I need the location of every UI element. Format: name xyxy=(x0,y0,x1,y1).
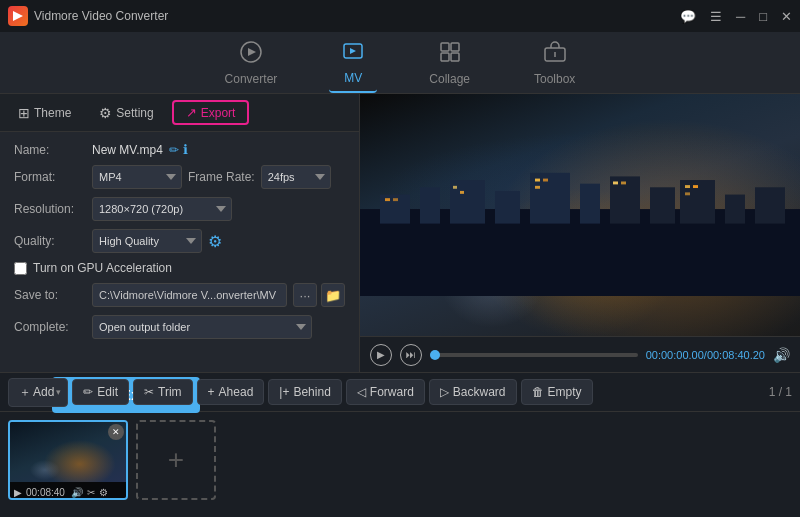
backward-button[interactable]: ▷ Backward xyxy=(429,379,517,405)
converter-icon xyxy=(239,40,263,69)
trim-button[interactable]: ✂ Trim xyxy=(133,379,193,405)
tab-toolbox-label: Toolbox xyxy=(534,72,575,86)
complete-label: Complete: xyxy=(14,320,86,334)
progress-dot[interactable] xyxy=(430,350,440,360)
add-button[interactable]: ＋ Add ▾ xyxy=(8,378,68,407)
svg-rect-24 xyxy=(453,186,457,189)
titlebar-controls: 💬 ☰ ─ □ ✕ xyxy=(680,9,792,24)
save-folder-button[interactable]: 📁 xyxy=(321,283,345,307)
name-value: New MV.mp4 xyxy=(92,143,163,157)
tab-collage-label: Collage xyxy=(429,72,470,86)
edit-label: Edit xyxy=(97,385,118,399)
forward-button[interactable]: ◁ Forward xyxy=(346,379,425,405)
add-dropdown-arrow: ▾ xyxy=(56,387,61,397)
quality-select[interactable]: High Quality xyxy=(92,229,202,253)
gpu-checkbox[interactable] xyxy=(14,262,27,275)
mv-icon xyxy=(341,39,365,68)
setting-button[interactable]: ⚙ Setting xyxy=(89,101,163,125)
tab-mv[interactable]: MV xyxy=(329,33,377,93)
complete-row: Complete: Open output folder xyxy=(14,315,345,339)
save-more-button[interactable]: ··· xyxy=(293,283,317,307)
svg-rect-26 xyxy=(535,178,540,181)
clip-audio-icon: 🔊 xyxy=(71,487,83,498)
clip-close-button[interactable]: ✕ xyxy=(108,424,124,440)
name-icons: ✏ ℹ xyxy=(169,142,188,157)
format-select[interactable]: MP4 xyxy=(92,165,182,189)
edit-icon[interactable]: ✏ xyxy=(169,143,179,157)
svg-rect-14 xyxy=(495,191,520,224)
timeline-area: ✕ ▶ 00:08:40 🔊 ✂ ⚙ + xyxy=(0,412,800,517)
forward-label: Forward xyxy=(370,385,414,399)
clip-play-icon: ▶ xyxy=(14,487,22,498)
resolution-select[interactable]: 1280×720 (720p) xyxy=(92,197,232,221)
svg-rect-18 xyxy=(650,187,675,223)
add-label: Add xyxy=(33,385,54,399)
maximize-icon[interactable]: □ xyxy=(759,9,767,24)
time-total: 00:08:40.20 xyxy=(707,349,765,361)
add-clip-icon: + xyxy=(168,444,184,476)
volume-icon[interactable]: 🔊 xyxy=(773,347,790,363)
tab-converter-label: Converter xyxy=(225,72,278,86)
export-button[interactable]: ↗ Export xyxy=(172,100,250,125)
page-indicator: 1 / 1 xyxy=(769,385,792,399)
forward-icon: ◁ xyxy=(357,385,366,399)
backward-label: Backward xyxy=(453,385,506,399)
close-icon[interactable]: ✕ xyxy=(781,9,792,24)
format-row: Format: MP4 Frame Rate: 24fps xyxy=(14,165,345,189)
frame-rate-select[interactable]: 24fps xyxy=(261,165,331,189)
svg-rect-23 xyxy=(393,198,398,201)
format-label: Format: xyxy=(14,170,86,184)
next-button[interactable]: ⏭ xyxy=(400,344,422,366)
theme-label: Theme xyxy=(34,106,71,120)
ahead-icon: + xyxy=(208,385,215,399)
clip-cut-icon: ✂ xyxy=(87,487,95,498)
left-panel: ⊞ Theme ⚙ Setting ↗ Export Name: New MV.… xyxy=(0,94,360,372)
svg-marker-0 xyxy=(13,11,23,21)
svg-rect-28 xyxy=(535,186,540,189)
quality-row: Quality: High Quality ⚙ xyxy=(14,229,345,253)
progress-bar[interactable] xyxy=(430,353,638,357)
menu-icon[interactable]: ☰ xyxy=(710,9,722,24)
tab-toolbox[interactable]: Toolbox xyxy=(522,34,587,92)
backward-icon: ▷ xyxy=(440,385,449,399)
theme-button[interactable]: ⊞ Theme xyxy=(8,101,81,125)
play-button[interactable]: ▶ xyxy=(370,344,392,366)
edit-button[interactable]: ✏ Edit xyxy=(72,379,129,405)
video-preview xyxy=(360,94,800,336)
tab-converter[interactable]: Converter xyxy=(213,34,290,92)
svg-rect-30 xyxy=(621,181,626,184)
clip-thumbnail: ✕ xyxy=(10,422,126,482)
trim-icon: ✂ xyxy=(144,385,154,399)
empty-button[interactable]: 🗑 Empty xyxy=(521,379,593,405)
trim-label: Trim xyxy=(158,385,182,399)
empty-label: Empty xyxy=(548,385,582,399)
behind-button[interactable]: |+ Behind xyxy=(268,379,342,405)
info-icon[interactable]: ℹ xyxy=(183,142,188,157)
save-path-input[interactable] xyxy=(92,283,287,307)
add-clip-button[interactable]: + xyxy=(136,420,216,500)
toolbox-icon xyxy=(543,40,567,69)
name-label: Name: xyxy=(14,143,86,157)
complete-select[interactable]: Open output folder xyxy=(92,315,312,339)
chat-icon[interactable]: 💬 xyxy=(680,9,696,24)
svg-rect-21 xyxy=(755,187,785,223)
minimize-icon[interactable]: ─ xyxy=(736,9,745,24)
ahead-label: Ahead xyxy=(219,385,254,399)
save-label: Save to: xyxy=(14,288,86,302)
app-title: Vidmore Video Converter xyxy=(34,9,168,23)
empty-icon: 🗑 xyxy=(532,385,544,399)
frame-rate-label: Frame Rate: xyxy=(188,170,255,184)
quality-gear-icon[interactable]: ⚙ xyxy=(208,232,222,251)
resolution-label: Resolution: xyxy=(14,202,86,216)
edit-icon: ✏ xyxy=(83,385,93,399)
svg-rect-32 xyxy=(693,185,698,188)
time-current: 00:00:00.00 xyxy=(646,349,704,361)
video-panel: ▶ ⏭ 00:00:00.00/00:08:40.20 🔊 ⊡ 16:9 ▾ |… xyxy=(360,94,800,372)
tab-collage[interactable]: Collage xyxy=(417,34,482,92)
svg-rect-6 xyxy=(441,53,449,61)
svg-rect-29 xyxy=(613,181,618,184)
theme-grid-icon: ⊞ xyxy=(18,105,30,121)
ahead-button[interactable]: + Ahead xyxy=(197,379,265,405)
svg-rect-27 xyxy=(543,178,548,181)
svg-rect-12 xyxy=(420,187,440,223)
